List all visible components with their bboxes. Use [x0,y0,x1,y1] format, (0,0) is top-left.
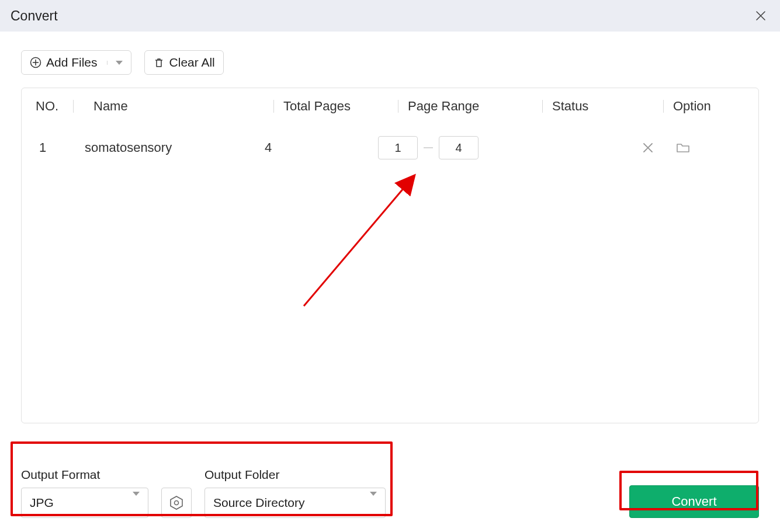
col-header-option: Option [673,99,744,114]
col-header-total: Total Pages [283,99,398,114]
col-header-name: Name [83,99,273,114]
clear-all-label: Clear All [169,55,215,69]
page-range-from-input[interactable] [378,136,418,159]
output-settings-group: Output Format JPG Output Folder Source D… [21,468,386,518]
close-icon[interactable] [755,11,766,21]
col-header-no: NO. [36,99,73,114]
col-header-status: Status [552,99,663,114]
titlebar: Convert [0,0,780,32]
table-body: 1 somatosensory 4 [22,124,758,171]
output-format-select[interactable]: JPG [21,488,148,518]
add-files-button[interactable]: Add Files [21,50,131,75]
output-format-label: Output Format [21,468,148,482]
output-format-group: Output Format JPG [21,468,148,518]
cell-total: 4 [264,140,378,155]
chevron-down-icon [370,496,377,510]
hex-settings-icon [168,495,185,511]
cell-no: 1 [36,140,73,155]
range-dash-icon [424,147,433,148]
table-row: 1 somatosensory 4 [22,124,758,171]
clear-all-button[interactable]: Clear All [144,50,224,75]
output-folder-group: Output Folder Source Directory [204,468,386,518]
output-format-value: JPG [30,496,54,510]
plus-circle-icon [30,57,41,68]
output-folder-value: Source Directory [213,496,304,510]
remove-row-icon[interactable] [642,142,654,154]
svg-marker-1 [171,496,182,509]
add-files-dropdown-icon[interactable] [107,61,123,65]
footer: Output Format JPG Output Folder Source D… [0,468,780,518]
svg-point-2 [175,501,179,505]
cell-option [623,142,744,154]
convert-button[interactable]: Convert [629,485,759,518]
output-folder-select[interactable]: Source Directory [204,488,386,518]
page-range-to-input[interactable] [439,136,479,159]
chevron-down-icon [133,496,140,510]
content-area: Add Files Clear All NO. Name Total Pages… [0,32,780,423]
window-title: Convert [11,8,58,24]
open-folder-icon[interactable] [676,142,690,154]
col-header-range: Page Range [408,99,542,114]
format-settings-button[interactable] [161,488,192,518]
toolbar: Add Files Clear All [21,50,759,75]
add-files-label: Add Files [46,55,98,69]
table-header: NO. Name Total Pages Page Range Status O… [22,88,758,124]
trash-icon [153,57,165,68]
file-table: NO. Name Total Pages Page Range Status O… [21,88,759,423]
output-folder-label: Output Folder [204,468,386,482]
cell-name: somatosensory [73,140,264,155]
cell-range [378,136,512,159]
